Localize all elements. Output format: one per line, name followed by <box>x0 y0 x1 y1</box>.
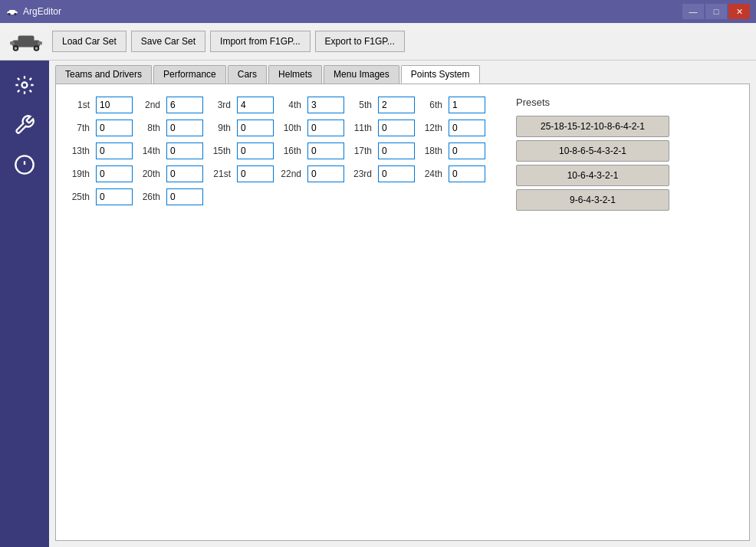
points-input-2nd[interactable] <box>166 97 203 113</box>
sidebar-item-wrench[interactable] <box>6 106 43 143</box>
tab-points-system[interactable]: Points System <box>401 65 480 84</box>
position-label-15th: 15th <box>209 146 231 156</box>
sidebar-item-settings[interactable] <box>6 67 43 103</box>
position-label-9th: 9th <box>209 123 231 133</box>
position-label-7th: 7th <box>68 123 90 133</box>
svg-rect-5 <box>18 36 35 42</box>
svg-rect-10 <box>10 41 15 45</box>
position-label-11th: 11th <box>350 123 372 133</box>
points-input-24th[interactable] <box>449 165 485 182</box>
position-label-13th: 13th <box>68 146 90 156</box>
points-grid-area: 1st2nd3rd4th5th6th7th8th9th10th11th12th1… <box>68 97 485 528</box>
points-input-21st[interactable] <box>237 165 274 182</box>
position-label-17th: 17th <box>350 146 372 156</box>
tab-content: 1st2nd3rd4th5th6th7th8th9th10th11th12th1… <box>55 84 750 541</box>
main-window: Load Car Set Save Car Set Import from F1… <box>0 23 756 547</box>
points-input-19th[interactable] <box>96 165 133 182</box>
position-label-20th: 20th <box>139 169 160 179</box>
points-input-14th[interactable] <box>166 142 203 159</box>
presets-panel: Presets 25-18-15-12-10-8-6-4-2-110-8-6-5… <box>516 97 669 528</box>
title-bar-controls: — □ ✕ <box>682 4 750 19</box>
sidebar-item-info[interactable] <box>6 146 43 183</box>
points-input-4th[interactable] <box>307 97 344 113</box>
position-label-8th: 8th <box>139 123 160 133</box>
toolbar-logo <box>8 29 44 54</box>
tab-helmets[interactable]: Helmets <box>268 65 322 84</box>
save-car-set-button[interactable]: Save Car Set <box>131 31 205 52</box>
svg-point-3 <box>14 13 16 15</box>
points-input-18th[interactable] <box>449 142 485 159</box>
tab-teams-and-drivers[interactable]: Teams and Drivers <box>55 65 152 84</box>
export-f1gp-button[interactable]: Export to F1GP... <box>315 31 405 52</box>
position-label-2nd: 2nd <box>139 100 160 110</box>
svg-point-2 <box>8 13 10 15</box>
presets-title: Presets <box>516 97 669 108</box>
app-title: ArgEditor <box>23 6 61 17</box>
tab-performance[interactable]: Performance <box>153 65 226 84</box>
position-label-10th: 10th <box>280 123 301 133</box>
points-input-15th[interactable] <box>237 142 274 159</box>
position-label-4th: 4th <box>280 100 301 110</box>
minimize-button[interactable]: — <box>682 4 704 19</box>
import-f1gp-button[interactable]: Import from F1GP... <box>210 31 310 52</box>
tab-bar: Teams and DriversPerformanceCarsHelmetsM… <box>49 61 756 84</box>
svg-rect-11 <box>38 41 42 45</box>
points-input-5th[interactable] <box>378 97 415 113</box>
tab-menu-images[interactable]: Menu Images <box>324 65 399 84</box>
position-label-22nd: 22nd <box>280 169 301 179</box>
points-row-2: 13th14th15th16th17th18th <box>68 142 485 159</box>
preset-button-3[interactable]: 9-6-4-3-2-1 <box>516 189 669 211</box>
points-input-12th[interactable] <box>449 120 485 136</box>
preset-button-1[interactable]: 10-8-6-5-4-3-2-1 <box>516 140 669 162</box>
title-bar: ArgEditor — □ ✕ <box>0 0 756 23</box>
points-row-3: 19th20th21st22nd23rd24th <box>68 165 485 182</box>
points-row-0: 1st2nd3rd4th5th6th <box>68 97 485 113</box>
content-area: Teams and DriversPerformanceCarsHelmetsM… <box>0 61 756 547</box>
title-bar-left: ArgEditor <box>6 5 61 18</box>
points-input-6th[interactable] <box>449 97 485 113</box>
points-input-22nd[interactable] <box>307 165 344 182</box>
points-input-11th[interactable] <box>378 120 415 136</box>
position-label-24th: 24th <box>421 169 442 179</box>
points-input-26th[interactable] <box>166 188 203 205</box>
position-label-14th: 14th <box>139 146 160 156</box>
sidebar <box>0 61 49 547</box>
points-input-1st[interactable] <box>96 97 133 113</box>
svg-point-12 <box>22 83 28 88</box>
tab-cars[interactable]: Cars <box>228 65 267 84</box>
presets-list: 25-18-15-12-10-8-6-4-2-110-8-6-5-4-3-2-1… <box>516 116 669 211</box>
position-label-12th: 12th <box>421 123 442 133</box>
points-input-8th[interactable] <box>166 120 203 136</box>
points-input-16th[interactable] <box>307 142 344 159</box>
points-input-23rd[interactable] <box>378 165 415 182</box>
preset-button-2[interactable]: 10-6-4-3-2-1 <box>516 165 669 186</box>
app-icon <box>6 5 18 18</box>
position-label-3rd: 3rd <box>209 100 231 110</box>
points-grid: 1st2nd3rd4th5th6th7th8th9th10th11th12th1… <box>68 97 485 205</box>
points-input-25th[interactable] <box>96 188 133 205</box>
position-label-26th: 26th <box>139 192 160 202</box>
close-button[interactable]: ✕ <box>728 4 750 19</box>
points-row-1: 7th8th9th10th11th12th <box>68 120 485 136</box>
position-label-21st: 21st <box>209 169 231 179</box>
points-input-7th[interactable] <box>96 120 133 136</box>
points-input-20th[interactable] <box>166 165 203 182</box>
points-input-9th[interactable] <box>237 120 274 136</box>
maximize-button[interactable]: □ <box>705 4 727 19</box>
points-input-10th[interactable] <box>307 120 344 136</box>
svg-point-9 <box>35 47 38 50</box>
right-panel: Teams and DriversPerformanceCarsHelmetsM… <box>49 61 756 547</box>
position-label-23rd: 23rd <box>350 169 372 179</box>
points-input-13th[interactable] <box>96 142 133 159</box>
position-label-5th: 5th <box>350 100 372 110</box>
points-input-17th[interactable] <box>378 142 415 159</box>
load-car-set-button[interactable]: Load Car Set <box>52 31 127 52</box>
preset-button-0[interactable]: 25-18-15-12-10-8-6-4-2-1 <box>516 116 669 137</box>
points-input-3rd[interactable] <box>237 97 274 113</box>
position-label-16th: 16th <box>280 146 301 156</box>
position-label-19th: 19th <box>68 169 90 179</box>
toolbar: Load Car Set Save Car Set Import from F1… <box>0 23 756 61</box>
position-label-1st: 1st <box>68 100 90 110</box>
svg-point-7 <box>15 47 18 50</box>
svg-rect-1 <box>9 10 15 12</box>
